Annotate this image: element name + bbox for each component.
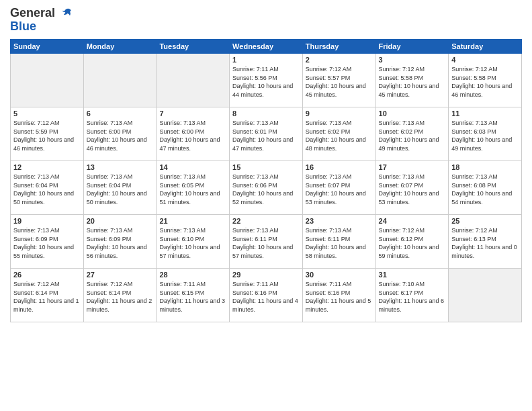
day-number: 31 bbox=[379, 271, 446, 279]
calendar-cell: 5Sunrise: 7:12 AMSunset: 5:59 PMDaylight… bbox=[11, 107, 84, 161]
calendar-cell: 9Sunrise: 7:13 AMSunset: 6:02 PMDaylight… bbox=[302, 107, 375, 161]
day-number: 27 bbox=[87, 271, 154, 279]
day-number: 10 bbox=[379, 109, 446, 118]
day-info: Sunrise: 7:13 AMSunset: 6:09 PMDaylight:… bbox=[13, 226, 81, 260]
day-number: 1 bbox=[232, 56, 300, 64]
calendar-cell: 1Sunrise: 7:11 AMSunset: 5:56 PMDaylight… bbox=[230, 54, 303, 107]
calendar-cell: 11Sunrise: 7:13 AMSunset: 6:03 PMDayligh… bbox=[449, 107, 522, 161]
calendar-cell: 14Sunrise: 7:13 AMSunset: 6:05 PMDayligh… bbox=[157, 161, 230, 215]
day-info: Sunrise: 7:13 AMSunset: 6:04 PMDaylight:… bbox=[13, 173, 81, 206]
day-info: Sunrise: 7:12 AMSunset: 5:58 PMDaylight:… bbox=[379, 65, 446, 99]
calendar-cell: 8Sunrise: 7:13 AMSunset: 6:01 PMDaylight… bbox=[230, 107, 303, 161]
day-info: Sunrise: 7:11 AMSunset: 6:16 PMDaylight:… bbox=[232, 280, 300, 314]
day-number: 29 bbox=[232, 271, 300, 279]
weekday-monday: Monday bbox=[83, 40, 157, 54]
calendar-cell: 29Sunrise: 7:11 AMSunset: 6:16 PMDayligh… bbox=[230, 269, 303, 322]
day-info: Sunrise: 7:13 AMSunset: 6:05 PMDaylight:… bbox=[159, 173, 226, 206]
day-info: Sunrise: 7:12 AMSunset: 6:12 PMDaylight:… bbox=[379, 226, 446, 260]
week-row-5: 26Sunrise: 7:12 AMSunset: 6:14 PMDayligh… bbox=[11, 269, 522, 322]
logo-general: General bbox=[10, 6, 55, 19]
day-number: 16 bbox=[306, 163, 373, 171]
day-number: 17 bbox=[379, 163, 446, 171]
calendar-cell: 26Sunrise: 7:12 AMSunset: 6:14 PMDayligh… bbox=[11, 269, 84, 322]
day-info: Sunrise: 7:10 AMSunset: 6:17 PMDaylight:… bbox=[379, 280, 446, 314]
calendar-cell: 24Sunrise: 7:12 AMSunset: 6:12 PMDayligh… bbox=[375, 215, 449, 269]
calendar-cell: 28Sunrise: 7:11 AMSunset: 6:15 PMDayligh… bbox=[157, 269, 230, 322]
day-number: 21 bbox=[159, 217, 226, 225]
weekday-thursday: Thursday bbox=[302, 40, 375, 54]
calendar-cell bbox=[157, 54, 230, 107]
weekday-friday: Friday bbox=[375, 40, 449, 54]
day-number: 8 bbox=[232, 109, 300, 118]
calendar-cell: 6Sunrise: 7:13 AMSunset: 6:00 PMDaylight… bbox=[83, 107, 157, 161]
day-number: 26 bbox=[13, 271, 81, 279]
day-number: 13 bbox=[87, 163, 154, 171]
day-number: 25 bbox=[451, 217, 519, 225]
day-number: 14 bbox=[159, 163, 226, 171]
calendar-cell: 27Sunrise: 7:12 AMSunset: 6:14 PMDayligh… bbox=[83, 269, 157, 322]
day-number: 18 bbox=[451, 163, 519, 171]
calendar-cell: 20Sunrise: 7:13 AMSunset: 6:09 PMDayligh… bbox=[83, 215, 157, 269]
day-info: Sunrise: 7:12 AMSunset: 5:58 PMDaylight:… bbox=[451, 65, 519, 99]
day-info: Sunrise: 7:13 AMSunset: 6:00 PMDaylight:… bbox=[87, 119, 154, 152]
day-number: 23 bbox=[306, 217, 373, 225]
day-info: Sunrise: 7:12 AMSunset: 5:59 PMDaylight:… bbox=[13, 119, 81, 152]
calendar-cell bbox=[11, 54, 84, 107]
day-info: Sunrise: 7:13 AMSunset: 6:11 PMDaylight:… bbox=[306, 226, 373, 260]
day-number: 9 bbox=[306, 109, 373, 118]
day-info: Sunrise: 7:13 AMSunset: 6:01 PMDaylight:… bbox=[232, 119, 300, 152]
calendar-cell: 10Sunrise: 7:13 AMSunset: 6:02 PMDayligh… bbox=[375, 107, 449, 161]
calendar-cell: 2Sunrise: 7:12 AMSunset: 5:57 PMDaylight… bbox=[302, 54, 375, 107]
day-info: Sunrise: 7:13 AMSunset: 6:11 PMDaylight:… bbox=[232, 226, 300, 260]
calendar-cell: 17Sunrise: 7:13 AMSunset: 6:07 PMDayligh… bbox=[375, 161, 449, 215]
day-info: Sunrise: 7:12 AMSunset: 6:14 PMDaylight:… bbox=[13, 280, 81, 314]
day-number: 12 bbox=[13, 163, 81, 171]
day-info: Sunrise: 7:13 AMSunset: 6:06 PMDaylight:… bbox=[232, 173, 300, 206]
header: General Blue bbox=[10, 7, 522, 34]
weekday-saturday: Saturday bbox=[449, 40, 522, 54]
week-row-4: 19Sunrise: 7:13 AMSunset: 6:09 PMDayligh… bbox=[11, 215, 522, 269]
day-info: Sunrise: 7:11 AMSunset: 5:56 PMDaylight:… bbox=[232, 65, 300, 99]
day-info: Sunrise: 7:13 AMSunset: 6:09 PMDaylight:… bbox=[87, 226, 154, 260]
calendar: SundayMondayTuesdayWednesdayThursdayFrid… bbox=[10, 39, 522, 322]
weekday-tuesday: Tuesday bbox=[157, 40, 230, 54]
week-row-1: 1Sunrise: 7:11 AMSunset: 5:56 PMDaylight… bbox=[11, 54, 522, 107]
calendar-cell: 31Sunrise: 7:10 AMSunset: 6:17 PMDayligh… bbox=[375, 269, 449, 322]
day-info: Sunrise: 7:13 AMSunset: 6:04 PMDaylight:… bbox=[87, 173, 154, 206]
day-info: Sunrise: 7:13 AMSunset: 6:02 PMDaylight:… bbox=[306, 119, 373, 152]
day-number: 19 bbox=[13, 217, 81, 225]
calendar-cell: 18Sunrise: 7:13 AMSunset: 6:08 PMDayligh… bbox=[449, 161, 522, 215]
calendar-cell: 16Sunrise: 7:13 AMSunset: 6:07 PMDayligh… bbox=[302, 161, 375, 215]
day-number: 2 bbox=[306, 56, 373, 64]
day-number: 11 bbox=[451, 109, 519, 118]
weekday-wednesday: Wednesday bbox=[230, 40, 303, 54]
day-number: 22 bbox=[232, 217, 300, 225]
calendar-cell: 30Sunrise: 7:11 AMSunset: 6:16 PMDayligh… bbox=[302, 269, 375, 322]
day-number: 15 bbox=[232, 163, 300, 171]
day-number: 5 bbox=[13, 109, 81, 118]
day-number: 20 bbox=[87, 217, 154, 225]
weekday-sunday: Sunday bbox=[11, 40, 84, 54]
calendar-cell: 3Sunrise: 7:12 AMSunset: 5:58 PMDaylight… bbox=[375, 54, 449, 107]
calendar-cell: 23Sunrise: 7:13 AMSunset: 6:11 PMDayligh… bbox=[302, 215, 375, 269]
calendar-cell: 13Sunrise: 7:13 AMSunset: 6:04 PMDayligh… bbox=[83, 161, 157, 215]
calendar-cell: 19Sunrise: 7:13 AMSunset: 6:09 PMDayligh… bbox=[11, 215, 84, 269]
day-number: 6 bbox=[87, 109, 154, 118]
calendar-cell: 25Sunrise: 7:12 AMSunset: 6:13 PMDayligh… bbox=[449, 215, 522, 269]
calendar-cell: 4Sunrise: 7:12 AMSunset: 5:58 PMDaylight… bbox=[449, 54, 522, 107]
day-info: Sunrise: 7:13 AMSunset: 6:10 PMDaylight:… bbox=[159, 226, 226, 260]
day-info: Sunrise: 7:13 AMSunset: 6:08 PMDaylight:… bbox=[451, 173, 519, 206]
day-info: Sunrise: 7:13 AMSunset: 6:02 PMDaylight:… bbox=[379, 119, 446, 152]
day-info: Sunrise: 7:12 AMSunset: 5:57 PMDaylight:… bbox=[306, 65, 373, 99]
day-number: 4 bbox=[451, 56, 519, 64]
day-info: Sunrise: 7:13 AMSunset: 6:03 PMDaylight:… bbox=[451, 119, 519, 152]
calendar-cell: 15Sunrise: 7:13 AMSunset: 6:06 PMDayligh… bbox=[230, 161, 303, 215]
calendar-cell: 21Sunrise: 7:13 AMSunset: 6:10 PMDayligh… bbox=[157, 215, 230, 269]
calendar-cell: 7Sunrise: 7:13 AMSunset: 6:00 PMDaylight… bbox=[157, 107, 230, 161]
week-row-3: 12Sunrise: 7:13 AMSunset: 6:04 PMDayligh… bbox=[11, 161, 522, 215]
logo-text: General bbox=[10, 7, 73, 20]
day-number: 24 bbox=[379, 217, 446, 225]
day-number: 30 bbox=[306, 271, 373, 279]
day-number: 3 bbox=[379, 56, 446, 64]
day-info: Sunrise: 7:12 AMSunset: 6:13 PMDaylight:… bbox=[451, 226, 519, 260]
